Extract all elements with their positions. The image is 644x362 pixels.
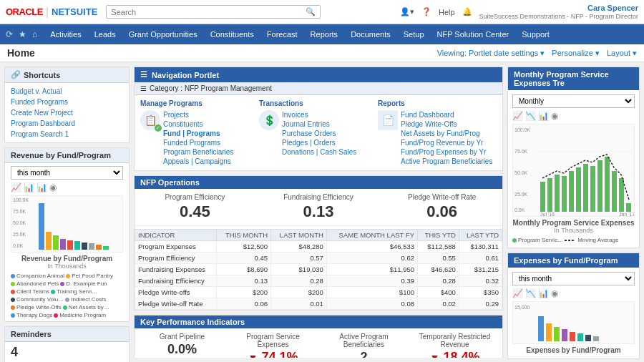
legend-dot-training [51,290,55,294]
link-projects[interactable]: Projects [163,110,233,119]
bell-icon[interactable]: 🔔 [462,7,472,16]
link-donations[interactable]: Donations | Cash Sales [282,147,356,157]
recent-icon[interactable]: ⟳ [6,29,13,39]
link-fund-prog-expenses[interactable]: Fund/Prog Expenses by Yr [401,147,492,157]
revenue-period-select[interactable]: this month [11,166,123,180]
link-purchase-orders[interactable]: Purchase Orders [282,129,356,138]
line-chart-icon[interactable]: 📈 [11,182,21,192]
viewing-settings[interactable]: Viewing: Portlet date settings ▾ [437,49,545,58]
e-line-icon[interactable]: 📈 [512,288,523,298]
nav-reports[interactable]: Reports [305,27,344,41]
link-fund-dashboard[interactable]: Fund Dashboard [401,110,492,119]
svg-text:Jul '16: Jul '16 [540,212,555,217]
link-net-assets[interactable]: Net Assets by Fund/Prog [401,129,492,138]
kpi-restricted-value: ▼ 18.4% [413,350,497,358]
nav-activities[interactable]: Activities [44,27,87,41]
svg-rect-8 [60,239,66,250]
favorites-icon[interactable]: ★ [19,29,26,39]
svg-rect-36 [619,178,624,212]
nav-documents[interactable]: Documents [345,27,396,41]
link-pledge-write-offs[interactable]: Pledge Write-Offs [401,119,492,129]
legend-dot-medicine [54,313,58,318]
transactions-icon: 💲 [263,114,275,126]
pie-chart-icon[interactable]: ◉ [49,182,57,192]
expenses-chart-title: Expenses by Fund/Program [512,346,635,354]
svg-rect-25 [540,182,545,212]
transactions-title: Transactions [259,99,378,107]
reports-title: Reports [378,99,497,107]
arrow-down-icon2: ▼ [430,352,440,358]
nav-setup[interactable]: Setup [398,27,430,41]
manage-links: Projects Constituents Fund | Programs Fu… [163,110,233,166]
monthly-expenses-title: Monthly Program Service Expenses Tre [514,70,609,87]
expenses-fund-body: this month 📈 📉 📊 ◉ 15,000 [508,268,639,358]
legend-dot-indirect [65,298,69,302]
legend-dot-abandoned [11,282,15,286]
table-row: Fundraising Efficiency 0.13 0.28 0.39 0.… [135,275,502,287]
svg-rect-14 [103,246,109,250]
personalize-btn[interactable]: Personalize ▾ [552,49,600,58]
link-fund-programs[interactable]: Fund | Programs [163,129,233,138]
nav-grant-opportunities[interactable]: Grant Opportunities [123,27,203,41]
kpi-fund-eff-value: 0.13 [264,202,374,221]
legend-abandoned: Abandoned Pets [11,280,59,287]
portlet-body: Manage Programs 📋 ✓ Projects Constituent… [135,95,502,170]
portlet-transactions: Transactions 💲 Invoices Journal Entries … [259,99,378,166]
e-area-icon[interactable]: 📉 [525,288,536,298]
legend-petfood: Pet Food Pantry [66,273,113,279]
shortcut-search[interactable]: Program Search 1 [11,129,123,140]
revenue-chart-subtitle: In Thousands [11,263,123,270]
nav-portlet-header: ☰ Navigation Portlet [135,67,502,82]
search-input[interactable] [111,8,306,16]
link-program-beneficiaries[interactable]: Program Beneficiaries [163,147,233,157]
revenue-chart-title: Revenue by Fund/Program [11,255,123,263]
link-invoices[interactable]: Invoices [282,110,356,119]
svg-rect-48 [593,336,599,341]
category-icon: ☰ [140,84,147,92]
expenses-period-select[interactable]: this month [512,272,635,285]
link-fund-prog-revenue[interactable]: Fund/Prog Revenue by Yr [401,138,492,147]
monthly-period-select[interactable]: Monthly [512,94,635,108]
nav-quick-icons: ⟳ ★ ⌂ [6,29,37,39]
nav-portlet-category: Category : NFP Program Management [150,84,272,92]
link-appeals-campaigns[interactable]: Appeals | Campaigns [163,157,233,166]
nav-leads[interactable]: Leads [89,27,122,41]
nav-nfp[interactable]: NFP Solution Center [431,27,515,41]
table-row: Pledge Write-off Rate 0.06 0.01 0.08 0.0… [135,298,502,310]
m-pie-icon[interactable]: ◉ [551,111,558,121]
m-line-icon[interactable]: 📈 [512,111,523,121]
svg-rect-28 [562,176,567,212]
area-chart-icon[interactable]: 📊 [24,182,34,192]
layout-btn[interactable]: Layout ▾ [607,49,637,58]
top-right-area: 👤▾ ❓ Help 🔔 Cara Spencer SuiteSuccess De… [400,3,638,21]
user-role: SuiteSuccess Demonstrations - NFP - Prog… [479,13,638,21]
shortcut-dashboard[interactable]: Program Dashboard [11,118,123,129]
link-funded-programs[interactable]: Funded Programs [163,138,233,147]
nav-constituents[interactable]: Constituents [205,27,260,41]
link-active-beneficiaries[interactable]: Active Program Beneficiaries [401,157,492,166]
e-bar-icon[interactable]: 📊 [538,288,549,298]
monthly-chart-subtitle: In Thousands [512,227,635,234]
shortcut-create[interactable]: Create New Project [11,107,123,118]
legend-example: D. Example Fun [60,280,107,287]
revenue-panel: Revenue by Fund/Program this month 📈 📊 📊… [4,147,130,322]
link-constituents[interactable]: Constituents [163,119,233,129]
profile-icon[interactable]: 👤▾ [400,7,414,16]
shortcut-budget[interactable]: Budget v. Actual [11,86,123,97]
monthly-expenses-panel: Monthly Program Service Expenses Tre Mon… [507,67,640,248]
monthly-chart-legend: Program Servic… Moving Average [512,237,635,243]
monthly-chart: 100.0K 75.0K 50.0K 25.0K 0.0K [512,124,635,217]
m-bar-icon[interactable]: 📊 [538,111,549,121]
nav-support[interactable]: Support [516,27,555,41]
home-icon[interactable]: ⌂ [32,29,37,39]
link-journal-entries[interactable]: Journal Entries [282,119,356,129]
e-pie-icon[interactable]: ◉ [551,288,558,298]
legend-netassets: Net Assets by… [63,304,109,310]
m-area-icon[interactable]: 📉 [525,111,536,121]
nav-forecast[interactable]: Forecast [261,27,303,41]
shortcut-funded[interactable]: Funded Programs [11,97,123,107]
bar-chart-icon[interactable]: 📊 [36,182,47,192]
help-icon[interactable]: ❓ [421,7,431,16]
svg-rect-5 [39,203,44,250]
link-pledges-orders[interactable]: Pledges | Orders [282,138,356,147]
